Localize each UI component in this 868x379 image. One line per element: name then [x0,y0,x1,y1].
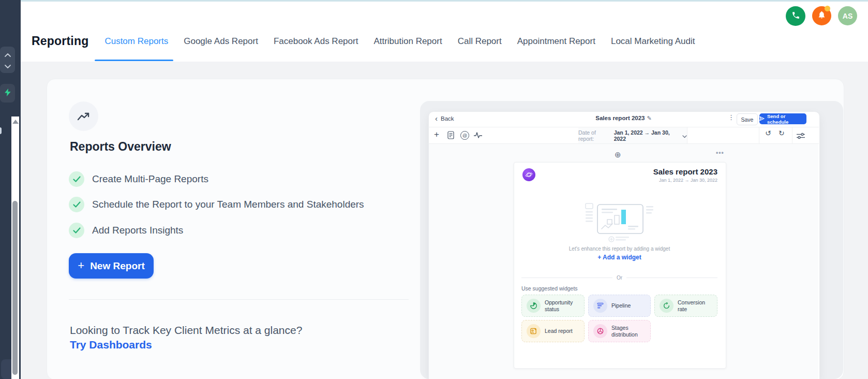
widget-label: Lead report [545,328,582,334]
try-dashboards-link[interactable]: Try Dashboards [70,339,152,351]
widget-stages-distribution[interactable]: Stages distribution [588,320,651,342]
user-avatar[interactable]: AS [838,6,857,25]
widget-label: Stages distribution [611,325,649,338]
new-report-label: New Report [90,260,145,272]
or-label: Or [617,275,622,281]
plus-icon: + [78,260,84,271]
overview-heading: Reports Overview [70,140,171,154]
tab-custom-reports[interactable]: Custom Reports [104,36,168,47]
or-divider: Or [521,275,717,281]
empty-report-illustration [585,202,654,245]
chevron-down-icon [5,61,11,70]
edit-pencil-icon[interactable]: ✎ [647,115,652,121]
report-logo [522,168,535,181]
toolbar-divider [792,127,792,143]
add-page-icon[interactable]: ⊕ [615,150,621,159]
phone-button[interactable] [786,6,805,26]
widget-label: Conversion rate [678,299,715,312]
feature-item: Add Reports Insights [69,223,183,238]
scrollbar-up-arrow-icon[interactable] [12,120,19,124]
metrics-question: Looking to Track Key Client Metrics at a… [70,324,302,337]
add-widget-label: Add a widget [603,254,641,261]
page-options-icon[interactable]: ••• [716,149,724,156]
feature-item: Schedule the Report to your Team Members… [69,197,364,212]
chevron-up-icon [5,50,11,59]
tab-bar: Custom Reports Google Ads Report Faceboo… [104,36,695,47]
undo-icon[interactable]: ↺ [765,129,771,137]
active-tab-underline [95,60,173,61]
widget-label: Pipeline [611,302,649,309]
header-row: Reporting Custom Reports Google Ads Repo… [32,21,695,62]
redo-icon[interactable]: ↻ [779,129,785,137]
page-title: Reporting [32,34,88,48]
scrollbar-thumb[interactable] [12,201,18,375]
chevron-down-icon [682,131,687,140]
tab-facebook-ads-report[interactable]: Facebook Ads Report [274,36,358,47]
tab-local-marketing-audit[interactable]: Local Marketing Audit [611,36,695,47]
tab-google-ads-report[interactable]: Google Ads Report [184,36,258,47]
feature-item: Create Multi-Page Reports [69,171,208,187]
more-options-icon[interactable]: ⋮ [728,113,735,121]
tab-attribution-report[interactable]: Attribution Report [373,36,442,47]
widget-pipeline[interactable]: Pipeline [588,295,651,317]
report-title-text: Sales report 2023 [595,115,645,121]
refresh-icon [660,299,674,313]
lightning-icon [5,89,11,98]
lead-card-icon [527,324,541,338]
check-icon [69,197,84,212]
send-icon [759,116,765,122]
feature-text: Create Multi-Page Reports [92,173,208,185]
settings-sliders-icon[interactable] [797,132,805,141]
notification-badge [825,6,830,11]
divider-line [626,278,717,278]
mention-icon[interactable]: @ [460,131,469,140]
date-value: Jan 1, 2022 → Jan 30, 2022 [614,129,680,142]
section-divider [69,299,409,300]
check-icon [69,171,84,187]
notes-icon[interactable] [447,131,454,141]
donut-icon [593,324,607,338]
canvas-date-range: Jan 1, 2022 → Jan 30, 2022 [570,178,717,183]
plus-icon: + [597,254,601,261]
send-or-schedule-button[interactable]: Send or schedule [759,113,806,124]
widget-conversion-rate[interactable]: Conversion rate [654,295,717,317]
toolbar-divider [687,127,687,143]
date-range-picker[interactable]: Date of report: Jan 1, 2022 → Jan 30, 20… [578,127,687,143]
feature-text: Schedule the Report to your Team Members… [92,199,364,210]
tab-call-report[interactable]: Call Report [458,36,502,47]
phone-icon [791,11,800,22]
sidebar-collapse-button[interactable] [0,47,15,73]
add-element-icon[interactable]: + [434,130,439,139]
empty-state-hint: Let's enhance this report by adding a wi… [514,246,725,252]
check-icon [69,223,84,238]
funnel-icon [593,299,607,313]
activity-pulse-icon[interactable] [474,132,482,141]
app-root: Reporting Custom Reports Google Ads Repo… [0,0,868,379]
tab-appointment-report[interactable]: Appointment Report [517,36,595,47]
save-button[interactable]: Save [737,113,758,125]
date-label: Date of report: [578,129,611,142]
new-report-button[interactable]: + New Report [69,253,154,279]
send-label: Send or schedule [767,113,806,125]
suggested-widgets-label: Use suggested widgets [521,285,578,291]
trending-up-icon [69,101,98,131]
suggested-widgets-grid: Opportunity status Pipeline Conversion r… [521,295,717,342]
sidebar-active-indicator [0,127,2,134]
bell-icon [817,10,826,21]
widget-opportunity-status[interactable]: Opportunity status [521,295,585,317]
divider-line [521,278,612,278]
pie-chart-icon [527,299,541,313]
sidebar-quick-actions-button[interactable] [0,84,15,103]
toolbar-divider [759,127,759,143]
add-widget-link[interactable]: + Add a widget [514,254,725,261]
feature-text: Add Reports Insights [92,225,183,236]
widget-label: Opportunity status [545,299,582,312]
canvas-report-title: Sales report 2023 [570,167,717,176]
widget-lead-report[interactable]: Lead report [521,320,585,342]
